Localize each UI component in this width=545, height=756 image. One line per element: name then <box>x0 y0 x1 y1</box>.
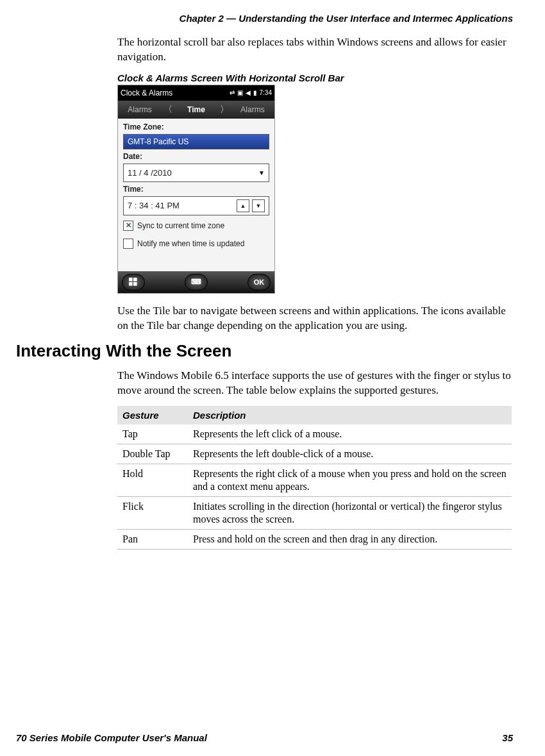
screenshot-titlebar: Clock & Alarms ⇄ ▣ ◀ ▮ 7:34 <box>118 85 274 101</box>
gesture-name: Double Tap <box>117 444 188 464</box>
chapter-header: Chapter 2 — Understanding the User Inter… <box>16 13 513 24</box>
table-header-description: Description <box>188 406 512 424</box>
keyboard-icon: ⌨ <box>191 278 201 286</box>
page-footer: 70 Series Mobile Computer User's Manual … <box>16 732 513 743</box>
timezone-label: Time Zone: <box>123 122 269 131</box>
time-down-button[interactable]: ▼ <box>252 199 265 212</box>
page-number: 35 <box>502 732 513 743</box>
date-input[interactable]: 11 / 4 /2010 ▼ <box>123 164 269 182</box>
tilebar-paragraph: Use the Tile bar to navigate between scr… <box>117 304 513 333</box>
table-header-gesture: Gesture <box>117 406 188 424</box>
status-icons: ⇄ ▣ ◀ ▮ 7:34 <box>230 89 272 96</box>
tab-alarms-right[interactable]: Alarms <box>231 105 274 114</box>
notify-row[interactable]: Notify me when time is updated <box>123 236 269 251</box>
notify-checkbox[interactable] <box>123 239 133 249</box>
volume-icon: ◀ <box>246 89 251 96</box>
time-up-button[interactable]: ▲ <box>237 199 249 212</box>
table-row: Tap Represents the left click of a mouse… <box>117 424 512 444</box>
windows-icon <box>129 278 138 287</box>
svg-rect-2 <box>129 282 133 286</box>
battery-icon: ▮ <box>253 89 257 96</box>
screenshot-title: Clock & Alarms <box>121 88 172 97</box>
gestures-paragraph: The Windows Mobile 6.5 interface support… <box>117 369 513 398</box>
gesture-desc: Initiates scrolling in the direction (ho… <box>188 496 512 529</box>
notify-label: Notify me when time is updated <box>137 239 244 248</box>
gesture-desc: Represents the right click of a mouse wh… <box>188 464 512 496</box>
gesture-desc: Represents the left double-click of a mo… <box>188 444 512 464</box>
clock-alarms-screenshot: Clock & Alarms ⇄ ▣ ◀ ▮ 7:34 Alarms 〈 Tim… <box>117 85 275 294</box>
tile-bar: ⌨ OK <box>118 271 274 293</box>
svg-rect-3 <box>133 282 137 286</box>
gesture-name: Hold <box>117 464 188 496</box>
start-button[interactable] <box>122 274 145 290</box>
gesture-name: Pan <box>117 529 188 549</box>
footer-manual-title: 70 Series Mobile Computer User's Manual <box>16 732 207 743</box>
network-icon: ▣ <box>237 89 243 96</box>
gesture-desc: Press and hold on the screen and then dr… <box>188 529 512 549</box>
table-row: Flick Initiates scrolling in the directi… <box>117 496 512 529</box>
timezone-select[interactable]: GMT-8 Pacific US <box>123 134 269 149</box>
svg-rect-1 <box>133 278 137 281</box>
keyboard-button[interactable]: ⌨ <box>185 274 208 290</box>
svg-rect-0 <box>129 278 133 281</box>
gesture-name: Flick <box>117 496 188 529</box>
date-value: 11 / 4 /2010 <box>128 168 172 178</box>
signal-icon: ⇄ <box>230 89 235 96</box>
section-heading: Interacting With the Screen <box>16 341 513 361</box>
table-row: Double Tap Represents the left double-cl… <box>117 444 512 464</box>
date-label: Date: <box>123 152 269 161</box>
horizontal-scroll-bar[interactable]: Alarms 〈 Time 〉 Alarms <box>118 101 274 119</box>
time-label: Time: <box>123 185 269 194</box>
table-row: Hold Represents the right click of a mou… <box>117 464 512 496</box>
tab-alarms-left[interactable]: Alarms <box>118 105 162 114</box>
gesture-desc: Represents the left click of a mouse. <box>188 424 512 444</box>
clock-text: 7:34 <box>260 89 272 96</box>
sync-row[interactable]: ✕ Sync to current time zone <box>123 218 269 233</box>
ok-button[interactable]: OK <box>247 274 271 290</box>
figure-caption: Clock & Alarms Screen With Horizontal Sc… <box>117 72 513 83</box>
sync-label: Sync to current time zone <box>137 221 224 230</box>
dropdown-icon[interactable]: ▼ <box>258 169 265 176</box>
chevron-right-icon[interactable]: 〉 <box>218 104 231 115</box>
sync-checkbox[interactable]: ✕ <box>123 221 133 231</box>
time-value: 7 : 34 : 41 PM <box>128 201 234 210</box>
gesture-table: Gesture Description Tap Represents the l… <box>117 406 512 550</box>
time-input[interactable]: 7 : 34 : 41 PM ▲ ▼ <box>123 196 269 215</box>
table-row: Pan Press and hold on the screen and the… <box>117 529 512 549</box>
intro-paragraph: The horizontal scroll bar also replaces … <box>117 35 513 65</box>
chevron-left-icon[interactable]: 〈 <box>162 104 174 115</box>
screenshot-body: Time Zone: GMT-8 Pacific US Date: 11 / 4… <box>118 119 274 271</box>
gesture-name: Tap <box>117 424 188 444</box>
tab-time[interactable]: Time <box>174 105 218 114</box>
